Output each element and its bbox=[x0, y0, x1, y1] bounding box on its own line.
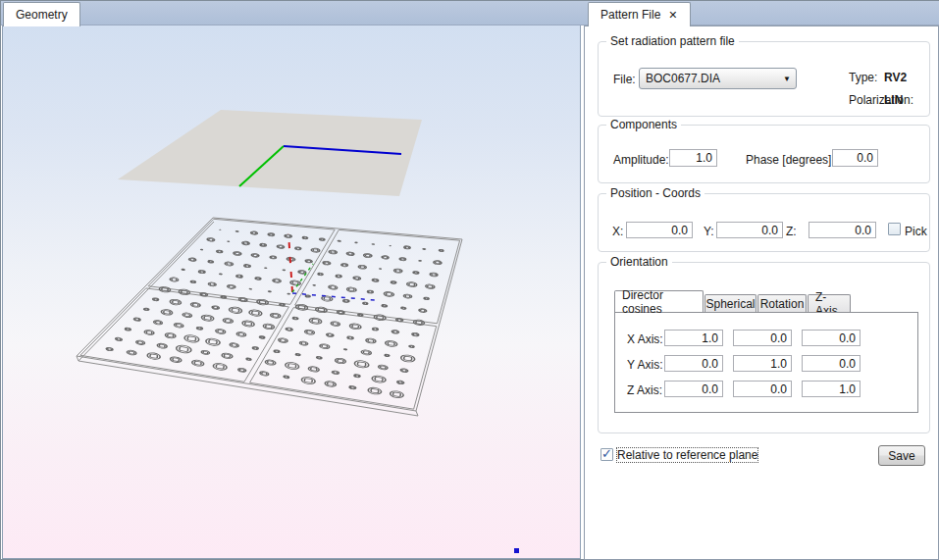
x-axis-input-3[interactable] bbox=[802, 330, 861, 346]
tab-geometry[interactable]: Geometry bbox=[3, 2, 80, 26]
x-axis-row-label: X Axis: bbox=[627, 332, 663, 346]
tab-rotation[interactable]: Rotation bbox=[757, 294, 807, 312]
tab-pattern-file[interactable]: Pattern File ✕ bbox=[588, 2, 691, 26]
save-button[interactable]: Save bbox=[878, 445, 925, 466]
z-axis-row-label: Z Axis: bbox=[627, 383, 662, 397]
close-icon[interactable]: ✕ bbox=[668, 10, 677, 21]
polarization-value: LIN bbox=[884, 93, 903, 107]
file-label: File: bbox=[613, 73, 636, 86]
x-axis-input-2[interactable] bbox=[733, 330, 792, 346]
y-axis-input-2[interactable] bbox=[733, 355, 792, 372]
amplitude-label: Amplitude: bbox=[613, 153, 669, 167]
pick-checkbox[interactable] bbox=[888, 223, 901, 235]
relative-to-reference-plane-checkbox[interactable]: ✓ bbox=[600, 448, 613, 461]
group-title: Set radiation pattern file bbox=[606, 34, 739, 48]
tab-label: Director cosines bbox=[622, 288, 696, 316]
document-tabstrip bbox=[1, 1, 939, 25]
amplitude-input[interactable] bbox=[669, 149, 717, 167]
tab-spherical[interactable]: Spherical bbox=[704, 294, 756, 312]
x-label: X: bbox=[612, 225, 623, 238]
type-label: Type: bbox=[849, 71, 877, 84]
checkmark-icon: ✓ bbox=[601, 446, 612, 461]
file-dropdown-value: BOC0677.DIA bbox=[640, 72, 778, 85]
z-input[interactable] bbox=[809, 222, 876, 238]
pattern-file-panel: Set radiation pattern file File: BOC0677… bbox=[584, 25, 939, 560]
relative-to-reference-plane-label: Relative to reference plane bbox=[617, 448, 757, 462]
geometry-viewport[interactable] bbox=[2, 25, 581, 559]
chevron-down-icon: ▼ bbox=[778, 75, 796, 83]
phase-label: Phase [degrees]: bbox=[746, 153, 835, 167]
type-value: RV2 bbox=[884, 71, 907, 84]
components-group: Components Amplitude: Phase [degrees]: bbox=[598, 125, 930, 183]
y-axis-input-1[interactable] bbox=[664, 355, 723, 372]
polarization-label: Polarization: bbox=[849, 93, 913, 107]
z-axis-input-2[interactable] bbox=[733, 381, 792, 397]
tab-label: Spherical bbox=[705, 297, 755, 311]
tab-director-cosines[interactable]: Director cosines bbox=[614, 290, 704, 312]
group-title: Orientation bbox=[606, 255, 672, 269]
y-label: Y: bbox=[704, 225, 714, 238]
tab-z-axis[interactable]: Z-Axis bbox=[808, 294, 851, 312]
director-cosines-panel: X Axis: Y Axis: Z Axis: bbox=[614, 312, 918, 413]
orientation-group: Orientation Director cosines Spherical R… bbox=[598, 262, 930, 433]
radiation-pattern-file-group: Set radiation pattern file File: BOC0677… bbox=[598, 41, 930, 117]
pick-label: Pick bbox=[905, 225, 927, 238]
y-axis-row-label: Y Axis: bbox=[627, 358, 662, 372]
x-axis-input-1[interactable] bbox=[664, 330, 723, 346]
phase-input[interactable] bbox=[832, 149, 878, 167]
tab-geometry-label: Geometry bbox=[16, 8, 68, 22]
z-label: Z: bbox=[786, 225, 797, 238]
y-input[interactable] bbox=[716, 222, 783, 238]
group-title: Components bbox=[606, 118, 681, 131]
position-coords-group: Position - Coords X: Y: Z: Pick bbox=[598, 193, 930, 252]
geometry-scene-svg[interactable] bbox=[3, 25, 580, 557]
z-axis-input-3[interactable] bbox=[802, 381, 861, 397]
tab-label: Rotation bbox=[760, 297, 805, 311]
save-button-label: Save bbox=[888, 449, 914, 463]
group-title: Position - Coords bbox=[606, 186, 704, 200]
application-window: Geometry Pattern File ✕ Set radiation pa… bbox=[0, 0, 939, 560]
tab-pattern-file-label: Pattern File bbox=[600, 8, 660, 22]
file-dropdown[interactable]: BOC0677.DIA ▼ bbox=[639, 68, 797, 89]
y-axis-input-3[interactable] bbox=[802, 355, 861, 372]
z-axis-input-1[interactable] bbox=[664, 381, 723, 397]
x-input[interactable] bbox=[626, 222, 693, 238]
